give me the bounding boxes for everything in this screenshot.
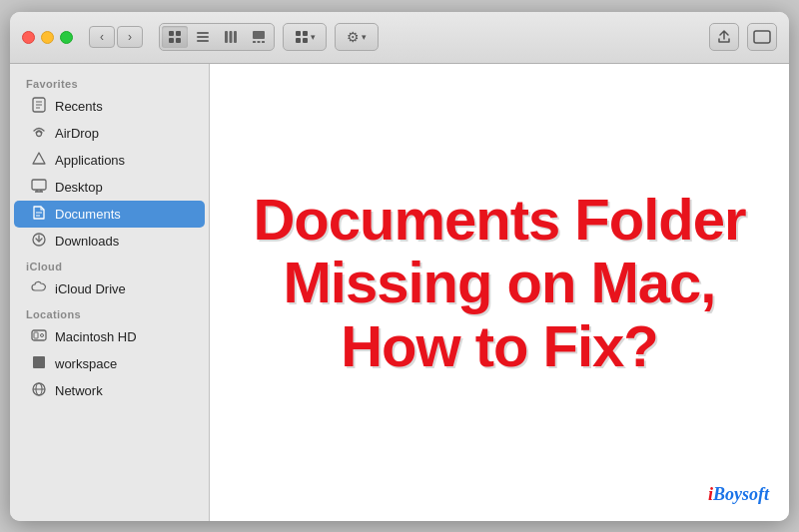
workspace-label: workspace [55, 356, 117, 371]
action-button[interactable]: ⚙ ▾ [335, 23, 379, 51]
svg-rect-7 [225, 31, 228, 43]
sidebar-item-airdrop[interactable]: AirDrop [14, 120, 205, 147]
tag-icon [753, 30, 771, 44]
icon-grid-icon [168, 30, 182, 44]
svg-rect-12 [258, 41, 261, 43]
svg-rect-4 [197, 32, 209, 34]
forward-button[interactable]: › [117, 26, 143, 48]
column-view-button[interactable] [218, 26, 244, 48]
icon-view-button[interactable] [162, 26, 188, 48]
svg-rect-13 [262, 41, 265, 43]
applications-icon [30, 151, 48, 170]
network-label: Network [55, 383, 103, 398]
airdrop-icon [30, 124, 48, 143]
toolbar: ‹ › [10, 12, 789, 64]
sidebar: Favorites Recents [10, 64, 210, 521]
svg-rect-5 [197, 36, 209, 38]
svg-rect-34 [34, 332, 38, 338]
macintosh-hd-label: Macintosh HD [55, 329, 137, 344]
share-icon [716, 29, 732, 45]
recents-icon [30, 97, 48, 116]
svg-rect-36 [33, 356, 45, 368]
svg-rect-9 [234, 31, 237, 43]
nav-group: ‹ › [89, 26, 143, 48]
svg-rect-16 [296, 38, 301, 43]
back-button[interactable]: ‹ [89, 26, 115, 48]
downloads-icon [30, 232, 48, 251]
forward-icon: › [128, 30, 132, 44]
view-group [159, 23, 275, 51]
overlay-title: Documents Folder Missing on Mac, How to … [239, 187, 760, 377]
macintosh-hd-icon [30, 327, 48, 346]
sort-button[interactable]: ▾ [283, 23, 327, 51]
network-icon [30, 381, 48, 400]
list-view-button[interactable] [190, 26, 216, 48]
sidebar-item-desktop[interactable]: Desktop [14, 174, 205, 201]
content-area: Documents Folder Missing on Mac, How to … [210, 64, 789, 521]
column-icon [224, 30, 238, 44]
svg-rect-18 [754, 31, 770, 43]
airdrop-label: AirDrop [55, 126, 99, 141]
svg-rect-15 [303, 31, 308, 36]
sort-dropdown-icon: ▾ [311, 32, 316, 42]
svg-rect-10 [253, 31, 265, 39]
iboysoft-logo: iBoysoft [708, 484, 769, 505]
sidebar-item-downloads[interactable]: Downloads [14, 228, 205, 255]
list-icon [196, 30, 210, 44]
documents-label: Documents [55, 207, 121, 222]
close-button[interactable] [22, 31, 35, 44]
finder-window: ‹ › [10, 12, 789, 521]
svg-rect-6 [197, 40, 209, 42]
svg-rect-1 [176, 31, 181, 36]
gear-icon: ⚙ [347, 29, 360, 45]
share-button[interactable] [709, 23, 739, 51]
sort-icon [295, 30, 309, 44]
back-icon: ‹ [100, 30, 104, 44]
svg-rect-25 [32, 180, 46, 190]
svg-point-35 [41, 333, 44, 336]
svg-marker-24 [33, 153, 45, 164]
documents-icon [30, 205, 48, 224]
svg-rect-11 [253, 41, 256, 43]
locations-section-label: Locations [10, 302, 209, 323]
icloud-drive-icon [30, 279, 48, 298]
tag-button[interactable] [747, 23, 777, 51]
svg-rect-0 [169, 31, 174, 36]
svg-rect-14 [296, 31, 301, 36]
sidebar-item-documents[interactable]: Documents [14, 201, 205, 228]
favorites-section-label: Favorites [10, 72, 209, 93]
applications-label: Applications [55, 153, 125, 168]
icloud-drive-label: iCloud Drive [55, 281, 126, 296]
desktop-label: Desktop [55, 180, 103, 195]
workspace-icon [30, 354, 48, 373]
window-controls [22, 31, 73, 44]
sidebar-item-workspace[interactable]: workspace [14, 350, 205, 377]
svg-rect-8 [230, 31, 233, 43]
desktop-icon [30, 178, 48, 197]
sidebar-item-network[interactable]: Network [14, 377, 205, 404]
gallery-view-button[interactable] [246, 26, 272, 48]
svg-rect-2 [169, 38, 174, 43]
overlay-text: Documents Folder Missing on Mac, How to … [239, 187, 760, 377]
sidebar-item-icloud-drive[interactable]: iCloud Drive [14, 275, 205, 302]
icloud-section-label: iCloud [10, 255, 209, 275]
svg-rect-17 [303, 38, 308, 43]
action-dropdown-icon: ▾ [362, 32, 367, 42]
svg-rect-3 [176, 38, 181, 43]
downloads-label: Downloads [55, 234, 119, 249]
sidebar-item-macintosh-hd[interactable]: Macintosh HD [14, 323, 205, 350]
gallery-icon [252, 30, 266, 44]
main-area: Favorites Recents [10, 64, 789, 521]
minimize-button[interactable] [41, 31, 54, 44]
recents-label: Recents [55, 99, 103, 114]
maximize-button[interactable] [60, 31, 73, 44]
sidebar-item-recents[interactable]: Recents [14, 93, 205, 120]
sidebar-item-applications[interactable]: Applications [14, 147, 205, 174]
